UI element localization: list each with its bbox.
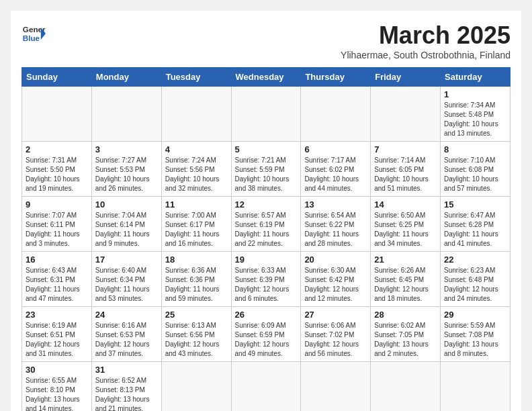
day-info: Sunrise: 6:50 AM Sunset: 6:25 PM Dayligh… xyxy=(374,211,437,248)
day-info: Sunrise: 6:47 AM Sunset: 6:28 PM Dayligh… xyxy=(444,211,506,248)
day-number: 7 xyxy=(374,144,437,154)
day-info: Sunrise: 6:40 AM Sunset: 6:34 PM Dayligh… xyxy=(95,266,158,304)
calendar-cell: 9Sunrise: 7:07 AM Sunset: 6:11 PM Daylig… xyxy=(22,197,92,252)
day-number: 9 xyxy=(26,199,88,210)
day-info: Sunrise: 6:36 AM Sunset: 6:36 PM Dayligh… xyxy=(165,266,228,304)
calendar-cell: 21Sunrise: 6:26 AM Sunset: 6:45 PM Dayli… xyxy=(371,252,441,307)
day-info: Sunrise: 7:27 AM Sunset: 5:53 PM Dayligh… xyxy=(95,156,158,193)
calendar-cell: 20Sunrise: 6:30 AM Sunset: 6:42 PM Dayli… xyxy=(301,252,371,307)
day-info: Sunrise: 7:17 AM Sunset: 6:02 PM Dayligh… xyxy=(304,156,367,193)
calendar-cell: 15Sunrise: 6:47 AM Sunset: 6:28 PM Dayli… xyxy=(441,197,511,252)
calendar-cell: 4Sunrise: 7:24 AM Sunset: 5:56 PM Daylig… xyxy=(161,142,231,197)
calendar-cell: 30Sunrise: 6:55 AM Sunset: 8:10 PM Dayli… xyxy=(22,362,92,412)
header-wednesday: Wednesday xyxy=(231,68,301,87)
calendar-cell xyxy=(441,362,511,412)
day-number: 27 xyxy=(304,310,367,320)
day-number: 12 xyxy=(235,199,298,210)
day-number: 8 xyxy=(444,144,506,154)
day-number: 21 xyxy=(374,255,437,265)
calendar-cell: 16Sunrise: 6:43 AM Sunset: 6:31 PM Dayli… xyxy=(22,252,92,307)
day-number: 22 xyxy=(444,255,506,265)
day-info: Sunrise: 6:19 AM Sunset: 6:51 PM Dayligh… xyxy=(26,321,88,359)
calendar-cell: 17Sunrise: 6:40 AM Sunset: 6:34 PM Dayli… xyxy=(91,252,161,307)
day-info: Sunrise: 7:00 AM Sunset: 6:17 PM Dayligh… xyxy=(165,211,228,248)
day-info: Sunrise: 6:23 AM Sunset: 6:48 PM Dayligh… xyxy=(444,266,506,304)
day-number: 30 xyxy=(26,365,88,375)
calendar-cell: 27Sunrise: 6:06 AM Sunset: 7:02 PM Dayli… xyxy=(301,307,371,362)
day-info: Sunrise: 6:26 AM Sunset: 6:45 PM Dayligh… xyxy=(374,266,437,304)
day-number: 3 xyxy=(95,144,158,154)
day-info: Sunrise: 6:02 AM Sunset: 7:05 PM Dayligh… xyxy=(374,321,437,359)
location-subtitle: Ylihaermae, South Ostrobothnia, Finland xyxy=(341,50,511,60)
header-sunday: Sunday xyxy=(22,68,92,87)
month-title: March 2025 xyxy=(341,21,511,50)
calendar-cell: 10Sunrise: 7:04 AM Sunset: 6:14 PM Dayli… xyxy=(91,197,161,252)
day-number: 2 xyxy=(26,144,88,154)
day-number: 10 xyxy=(95,199,158,210)
day-info: Sunrise: 7:24 AM Sunset: 5:56 PM Dayligh… xyxy=(165,156,228,193)
calendar-cell: 5Sunrise: 7:21 AM Sunset: 5:59 PM Daylig… xyxy=(231,142,301,197)
day-info: Sunrise: 6:43 AM Sunset: 6:31 PM Dayligh… xyxy=(26,266,88,304)
calendar-cell xyxy=(161,87,231,142)
calendar-table: Sunday Monday Tuesday Wednesday Thursday… xyxy=(21,67,511,411)
header-monday: Monday xyxy=(91,68,161,87)
calendar-cell: 29Sunrise: 5:59 AM Sunset: 7:08 PM Dayli… xyxy=(441,307,511,362)
calendar-cell: 3Sunrise: 7:27 AM Sunset: 5:53 PM Daylig… xyxy=(91,142,161,197)
calendar-cell: 11Sunrise: 7:00 AM Sunset: 6:17 PM Dayli… xyxy=(161,197,231,252)
day-info: Sunrise: 6:09 AM Sunset: 6:59 PM Dayligh… xyxy=(235,321,298,359)
day-info: Sunrise: 7:07 AM Sunset: 6:11 PM Dayligh… xyxy=(26,211,88,248)
day-number: 19 xyxy=(235,255,298,265)
calendar-cell xyxy=(301,87,371,142)
calendar-cell: 7Sunrise: 7:14 AM Sunset: 6:05 PM Daylig… xyxy=(371,142,441,197)
day-number: 5 xyxy=(235,144,298,154)
calendar-cell: 18Sunrise: 6:36 AM Sunset: 6:36 PM Dayli… xyxy=(161,252,231,307)
calendar-cell: 8Sunrise: 7:10 AM Sunset: 6:08 PM Daylig… xyxy=(441,142,511,197)
calendar-cell xyxy=(91,87,161,142)
day-number: 11 xyxy=(165,199,228,210)
day-number: 26 xyxy=(235,310,298,320)
title-block: March 2025 Ylihaermae, South Ostrobothni… xyxy=(341,21,511,60)
day-info: Sunrise: 6:33 AM Sunset: 6:39 PM Dayligh… xyxy=(235,266,298,304)
day-info: Sunrise: 7:34 AM Sunset: 5:48 PM Dayligh… xyxy=(444,101,506,138)
day-number: 15 xyxy=(444,199,506,210)
day-number: 31 xyxy=(95,365,158,375)
day-number: 25 xyxy=(165,310,228,320)
calendar-cell: 6Sunrise: 7:17 AM Sunset: 6:02 PM Daylig… xyxy=(301,142,371,197)
day-number: 20 xyxy=(304,255,367,265)
day-number: 16 xyxy=(26,255,88,265)
day-info: Sunrise: 6:30 AM Sunset: 6:42 PM Dayligh… xyxy=(304,266,367,304)
day-info: Sunrise: 6:52 AM Sunset: 8:13 PM Dayligh… xyxy=(95,376,158,411)
day-info: Sunrise: 6:16 AM Sunset: 6:53 PM Dayligh… xyxy=(95,321,158,359)
day-number: 6 xyxy=(304,144,367,154)
header-friday: Friday xyxy=(371,68,441,87)
logo-icon: General Blue xyxy=(21,21,46,46)
calendar-cell: 12Sunrise: 6:57 AM Sunset: 6:19 PM Dayli… xyxy=(231,197,301,252)
calendar-cell: 14Sunrise: 6:50 AM Sunset: 6:25 PM Dayli… xyxy=(371,197,441,252)
header-saturday: Saturday xyxy=(441,68,511,87)
calendar-cell xyxy=(371,87,441,142)
calendar-cell: 26Sunrise: 6:09 AM Sunset: 6:59 PM Dayli… xyxy=(231,307,301,362)
day-number: 4 xyxy=(165,144,228,154)
day-info: Sunrise: 6:06 AM Sunset: 7:02 PM Dayligh… xyxy=(304,321,367,359)
calendar-cell: 25Sunrise: 6:13 AM Sunset: 6:56 PM Dayli… xyxy=(161,307,231,362)
day-info: Sunrise: 7:21 AM Sunset: 5:59 PM Dayligh… xyxy=(235,156,298,193)
day-info: Sunrise: 6:13 AM Sunset: 6:56 PM Dayligh… xyxy=(165,321,228,359)
calendar-cell: 1Sunrise: 7:34 AM Sunset: 5:48 PM Daylig… xyxy=(441,87,511,142)
day-number: 13 xyxy=(304,199,367,210)
header-thursday: Thursday xyxy=(301,68,371,87)
day-info: Sunrise: 7:31 AM Sunset: 5:50 PM Dayligh… xyxy=(26,156,88,193)
day-number: 14 xyxy=(374,199,437,210)
calendar-cell: 2Sunrise: 7:31 AM Sunset: 5:50 PM Daylig… xyxy=(22,142,92,197)
day-info: Sunrise: 7:04 AM Sunset: 6:14 PM Dayligh… xyxy=(95,211,158,248)
day-info: Sunrise: 6:57 AM Sunset: 6:19 PM Dayligh… xyxy=(235,211,298,248)
day-info: Sunrise: 7:14 AM Sunset: 6:05 PM Dayligh… xyxy=(374,156,437,193)
calendar-cell: 28Sunrise: 6:02 AM Sunset: 7:05 PM Dayli… xyxy=(371,307,441,362)
day-number: 28 xyxy=(374,310,437,320)
calendar-cell: 23Sunrise: 6:19 AM Sunset: 6:51 PM Dayli… xyxy=(22,307,92,362)
weekday-header-row: Sunday Monday Tuesday Wednesday Thursday… xyxy=(22,68,511,87)
day-number: 18 xyxy=(165,255,228,265)
day-number: 17 xyxy=(95,255,158,265)
calendar-cell: 31Sunrise: 6:52 AM Sunset: 8:13 PM Dayli… xyxy=(91,362,161,412)
calendar-cell: 24Sunrise: 6:16 AM Sunset: 6:53 PM Dayli… xyxy=(91,307,161,362)
day-info: Sunrise: 6:55 AM Sunset: 8:10 PM Dayligh… xyxy=(26,376,88,411)
